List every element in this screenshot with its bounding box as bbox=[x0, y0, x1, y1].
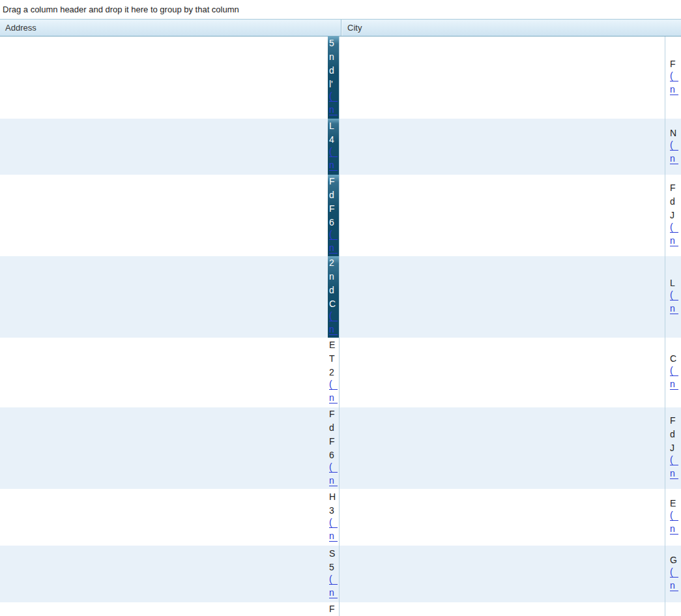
table-row[interactable]: S5(nG(n bbox=[0, 546, 681, 602]
address-cell-fragment-link[interactable]: n bbox=[329, 105, 338, 115]
address-cell-fragment-line: 6 bbox=[329, 448, 339, 462]
address-cell-fragment-line: 2 bbox=[329, 366, 339, 379]
address-cell-fragment-line: ( bbox=[329, 229, 339, 243]
address-cell-fragment-line: n bbox=[329, 105, 339, 119]
city-cell-fragment: N(n bbox=[670, 119, 681, 175]
city-cell-fragment-link[interactable]: n bbox=[670, 304, 678, 314]
address-cell-fragment-line: ( bbox=[329, 379, 339, 393]
address-cell-fragment-link[interactable]: ( bbox=[329, 229, 338, 240]
city-cell-fragment-link[interactable]: ( bbox=[670, 455, 678, 465]
city-cell-fragment-line: n bbox=[670, 469, 681, 482]
city-cell-fragment-line: n bbox=[670, 581, 681, 594]
address-cell-fragment-line: n bbox=[329, 270, 339, 284]
address-cell-fragment-line: F bbox=[329, 202, 339, 216]
address-cell-fragment-link[interactable]: ( bbox=[329, 379, 338, 390]
address-cell-fragment-link[interactable]: n bbox=[329, 393, 338, 403]
city-cell-fragment-line: F bbox=[670, 57, 681, 71]
city-cell-fragment-text: F bbox=[670, 183, 676, 193]
address-cell-fragment-line: F bbox=[329, 407, 339, 421]
city-cell-fragment-link[interactable]: n bbox=[670, 581, 678, 591]
city-cell-fragment-line: G bbox=[670, 553, 681, 567]
city-cell-fragment-line: d bbox=[670, 428, 681, 441]
city-cell-fragment-link[interactable]: ( bbox=[670, 567, 678, 578]
address-cell-fragment-line: n bbox=[329, 50, 339, 64]
city-cell-fragment-link[interactable]: ( bbox=[670, 222, 678, 233]
address-cell-fragment-link[interactable]: ( bbox=[329, 311, 338, 321]
address-cell-fragment: S5(n bbox=[328, 546, 339, 602]
address-cell-fragment: F bbox=[328, 602, 339, 616]
address-cell-fragment-link[interactable]: n bbox=[329, 531, 338, 542]
address-cell-fragment-text: 4 bbox=[329, 134, 334, 145]
address-cell-fragment-text: d bbox=[329, 65, 334, 76]
table-row[interactable]: 2ndC(nL(n bbox=[0, 256, 681, 338]
address-cell-fragment-text: d bbox=[329, 190, 334, 200]
table-row[interactable]: FdF6(nFdJ(n bbox=[0, 407, 681, 489]
address-cell-fragment-text: F bbox=[329, 409, 335, 419]
city-cell-fragment-line: N bbox=[670, 126, 681, 140]
table-row[interactable]: 5ndl'(nF(n bbox=[0, 37, 681, 119]
address-cell-fragment-link[interactable]: ( bbox=[329, 518, 338, 528]
city-cell-fragment-text: C bbox=[670, 353, 676, 364]
address-cell-fragment-line: F bbox=[329, 602, 339, 616]
city-cell-fragment-text: J bbox=[670, 443, 674, 453]
table-row[interactable]: F bbox=[0, 602, 681, 616]
address-cell-fragment: L4(n bbox=[328, 119, 339, 175]
city-cell-fragment-line: J bbox=[670, 209, 681, 222]
city-cell-fragment bbox=[670, 602, 681, 616]
address-cell-fragment: FdF6(n bbox=[328, 175, 339, 256]
table-row[interactable]: H3(nE(n bbox=[0, 489, 681, 546]
city-cell-fragment-link[interactable]: n bbox=[670, 154, 678, 164]
address-cell-fragment: FdF6(n bbox=[328, 407, 339, 489]
address-cell-fragment-line: 6 bbox=[329, 216, 339, 229]
address-cell-fragment-link[interactable]: ( bbox=[329, 462, 338, 473]
city-cell-fragment-link[interactable]: n bbox=[670, 469, 678, 479]
city-cell-fragment-line: ( bbox=[670, 567, 681, 581]
city-cell-fragment-link[interactable]: ( bbox=[670, 510, 678, 521]
city-cell-fragment-link[interactable]: ( bbox=[670, 290, 678, 301]
city-cell-fragment-line: ( bbox=[670, 455, 681, 469]
address-cell-fragment-line: n bbox=[329, 393, 339, 407]
city-cell-fragment-link[interactable]: ( bbox=[670, 71, 678, 81]
city-cell-fragment-link[interactable]: n bbox=[670, 379, 678, 390]
column-headers: Address City bbox=[0, 19, 681, 37]
address-cell-fragment-link[interactable]: ( bbox=[329, 91, 338, 102]
address-cell-fragment-line: n bbox=[329, 588, 339, 602]
address-cell-fragment: ET2(n bbox=[328, 338, 339, 407]
address-cell-fragment-text: E bbox=[329, 340, 335, 350]
city-cell-fragment-link[interactable]: ( bbox=[670, 366, 678, 376]
city-cell-fragment-line: ( bbox=[670, 366, 681, 379]
address-cell-fragment-link[interactable]: n bbox=[329, 160, 338, 171]
address-cell-fragment-link[interactable]: n bbox=[329, 243, 338, 254]
address-cell-fragment-link[interactable]: n bbox=[329, 325, 338, 335]
city-cell-fragment-link[interactable]: n bbox=[670, 236, 678, 246]
address-cell-fragment-text: 6 bbox=[329, 450, 334, 460]
address-cell-fragment-text: 2 bbox=[329, 257, 334, 268]
column-header-city[interactable]: City bbox=[342, 20, 681, 36]
address-cell-fragment-line: S bbox=[329, 547, 339, 561]
address-cell-fragment-line: ( bbox=[329, 462, 339, 476]
address-cell-fragment-text: H bbox=[329, 491, 336, 502]
address-cell-fragment-link[interactable]: ( bbox=[329, 574, 338, 585]
table-row[interactable]: L4(nN(n bbox=[0, 119, 681, 175]
column-header-address[interactable]: Address bbox=[0, 20, 341, 36]
city-cell-fragment-link[interactable]: n bbox=[670, 524, 678, 535]
city-cell-fragment-line: d bbox=[670, 195, 681, 209]
address-cell-fragment-text: 5 bbox=[329, 38, 334, 48]
city-cell-fragment-line: E bbox=[670, 497, 681, 510]
city-cell-fragment-link[interactable]: n bbox=[670, 85, 678, 95]
address-cell-fragment-text: F bbox=[329, 436, 335, 447]
address-cell-fragment-line: ( bbox=[329, 147, 339, 160]
city-cell-fragment: F(n bbox=[670, 37, 681, 119]
address-cell-fragment-link[interactable]: n bbox=[329, 476, 338, 486]
city-cell-fragment-text: F bbox=[670, 59, 676, 69]
table-row[interactable]: ET2(nC(n bbox=[0, 338, 681, 407]
address-cell-fragment-text: S bbox=[329, 548, 335, 559]
group-drop-zone[interactable]: Drag a column header and drop it here to… bbox=[0, 0, 681, 19]
city-cell-fragment-line: J bbox=[670, 441, 681, 455]
address-cell-fragment-link[interactable]: n bbox=[329, 588, 338, 598]
table-row[interactable]: FdF6(nFdJ(n bbox=[0, 175, 681, 256]
column-header-city-label: City bbox=[347, 23, 362, 33]
city-cell-fragment-line: n bbox=[670, 85, 681, 98]
city-cell-fragment-link[interactable]: ( bbox=[670, 140, 678, 151]
address-cell-fragment-link[interactable]: ( bbox=[329, 147, 338, 157]
